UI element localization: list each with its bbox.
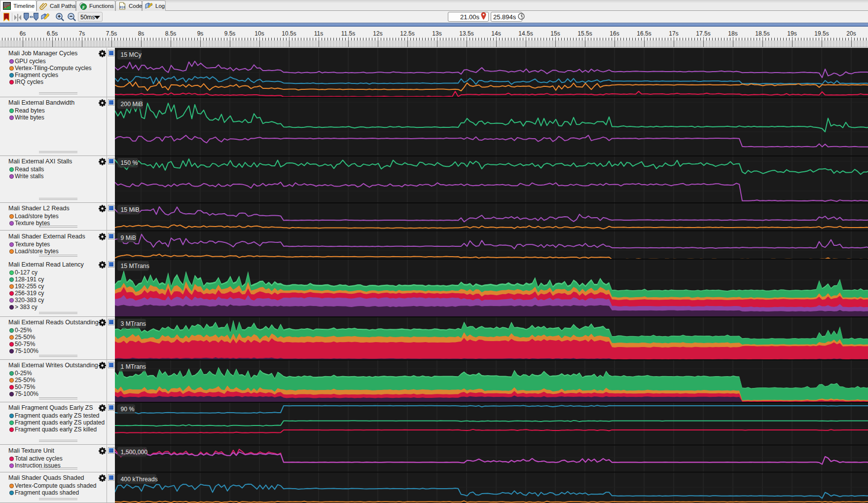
svg-text:13s: 13s: [432, 30, 441, 37]
svg-text:18s: 18s: [728, 30, 737, 37]
svg-text:15.5s: 15.5s: [578, 30, 592, 37]
svg-text:16s: 16s: [610, 30, 619, 37]
svg-text:6s: 6s: [20, 30, 26, 37]
svg-text:9s: 9s: [197, 30, 204, 37]
svg-text:8.5s: 8.5s: [165, 30, 177, 37]
svg-text:10.5s: 10.5s: [282, 30, 296, 37]
svg-text:200 MiB: 200 MiB: [121, 101, 143, 108]
svg-text:17.5s: 17.5s: [696, 30, 710, 37]
svg-text:15 MCy: 15 MCy: [121, 51, 142, 58]
svg-text:400 kThreads: 400 kThreads: [121, 476, 158, 483]
svg-text:10s: 10s: [254, 30, 264, 37]
svg-text:15 MTrans: 15 MTrans: [121, 263, 149, 270]
svg-text:12.5s: 12.5s: [400, 30, 414, 37]
svg-text:1 MTrans: 1 MTrans: [121, 363, 146, 370]
svg-text:9 MiB: 9 MiB: [121, 234, 136, 241]
svg-text:14s: 14s: [491, 30, 501, 37]
svg-text:14.5s: 14.5s: [518, 30, 533, 37]
svg-text:010: 010: [119, 6, 125, 9]
svg-text:150 %: 150 %: [121, 159, 138, 166]
svg-text:F: F: [81, 5, 85, 10]
svg-text:90 %: 90 %: [121, 406, 135, 413]
svg-text:11.5s: 11.5s: [341, 30, 355, 37]
svg-text:1,500,000: 1,500,000: [121, 449, 148, 456]
svg-text:12s: 12s: [373, 30, 382, 37]
svg-text:7.5s: 7.5s: [106, 30, 117, 37]
svg-text:13.5s: 13.5s: [459, 30, 473, 37]
svg-text:9.5s: 9.5s: [224, 30, 236, 37]
svg-text:11s: 11s: [314, 30, 323, 37]
svg-text:15s: 15s: [550, 30, 560, 37]
svg-text:19.5s: 19.5s: [814, 30, 829, 37]
svg-text:6.5s: 6.5s: [47, 30, 58, 37]
svg-text:3 MTrans: 3 MTrans: [121, 320, 146, 327]
svg-text:19s: 19s: [787, 30, 796, 37]
svg-text:17s: 17s: [669, 30, 678, 37]
svg-text:8s: 8s: [138, 30, 145, 37]
svg-text:18.5s: 18.5s: [755, 30, 769, 37]
svg-text:16.5s: 16.5s: [637, 30, 651, 37]
svg-text:15 MiB: 15 MiB: [121, 206, 140, 213]
svg-text:20s: 20s: [846, 30, 856, 37]
svg-text:7s: 7s: [79, 30, 85, 37]
